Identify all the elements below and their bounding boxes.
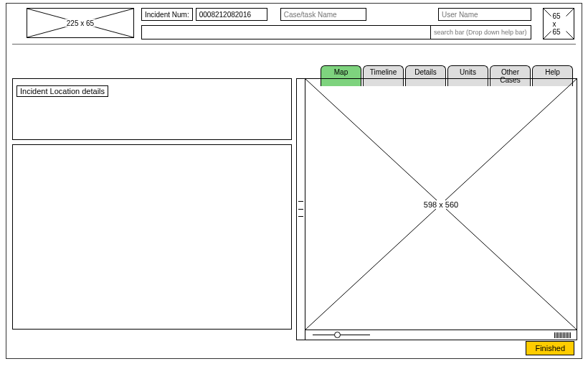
incident-num-input[interactable] <box>196 8 267 21</box>
map-zoom-slider-knob[interactable] <box>334 332 341 338</box>
case-task-input[interactable] <box>280 8 366 21</box>
header-divider <box>12 44 576 45</box>
incident-location-label: Incident Location details <box>16 85 108 97</box>
map-vertical-scroll-thumb[interactable] <box>298 201 303 217</box>
header-row: Incident Num: <box>141 8 531 21</box>
left-lower-panel <box>12 144 292 330</box>
finished-button[interactable]: Finished <box>526 341 574 355</box>
map-zoom-slider-track[interactable] <box>313 335 370 335</box>
map-image-placeholder[interactable]: 598 x 560 <box>305 79 577 330</box>
avatar-placeholder: 65 x 65 <box>543 8 574 39</box>
avatar-size-label: 65 x 65 <box>551 12 566 36</box>
logo-size-label: 225 x 65 <box>65 19 95 27</box>
map-panel: 598 x 560 <box>296 78 577 340</box>
incident-num-label: Incident Num: <box>141 8 193 21</box>
map-bottom-bar <box>305 330 577 340</box>
map-vertical-scrollbar[interactable] <box>297 79 305 340</box>
search-row <box>141 25 531 39</box>
user-name-input[interactable] <box>438 8 531 21</box>
map-size-label: 598 x 560 <box>422 200 460 209</box>
logo-placeholder: 225 x 65 <box>27 8 134 38</box>
search-input[interactable] <box>430 26 531 39</box>
map-resize-grip[interactable] <box>554 332 571 338</box>
app-frame: 225 x 65 Incident Num: 65 x 65 Map Timel… <box>6 3 582 359</box>
